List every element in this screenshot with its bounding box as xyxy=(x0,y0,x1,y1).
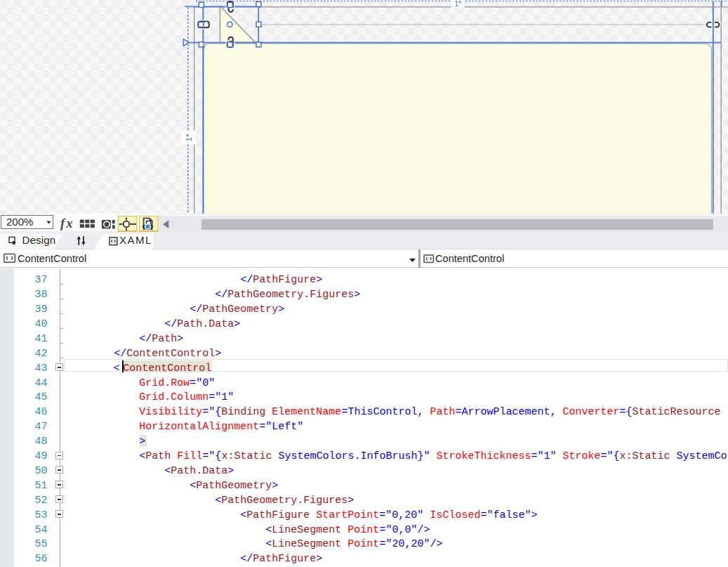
svg-text:1*: 1* xyxy=(454,0,461,8)
svg-text:x: x xyxy=(65,216,72,230)
svg-text:f: f xyxy=(60,216,66,230)
svg-text:1*: 1* xyxy=(185,133,193,141)
